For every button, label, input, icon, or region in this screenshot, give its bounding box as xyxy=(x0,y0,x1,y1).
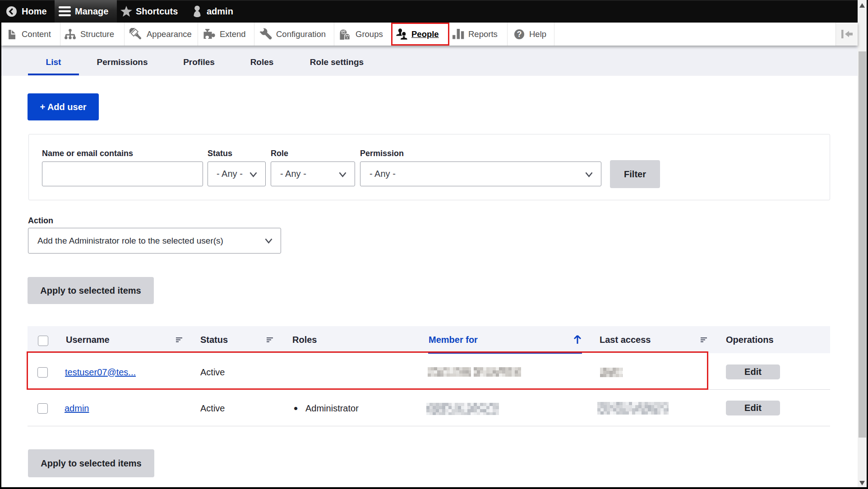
svg-text:?: ? xyxy=(517,30,522,39)
